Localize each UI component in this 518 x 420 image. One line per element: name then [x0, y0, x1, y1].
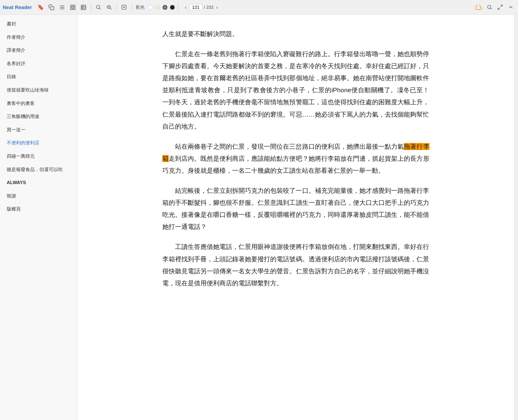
color-dot-darkgray[interactable]	[163, 5, 167, 10]
book-text: 人生就是要不斷解決問題。 仁景走在一條老舊到拖著行李箱便陷入窘礙難行的路上。行李…	[162, 28, 429, 407]
svg-rect-0	[50, 6, 54, 10]
app-title: Neat Reader	[3, 4, 32, 10]
prev-page-button[interactable]: ‹	[184, 4, 188, 11]
sidebar-item-cover[interactable]: 書封	[0, 17, 77, 31]
main-area: 書封 作者簡介 譯者簡介 各界好評 目錄 便當就要吃山珍海味 奧客中的奧客 三角…	[0, 15, 518, 420]
add-icon[interactable]	[120, 3, 129, 12]
paragraph-2: 仁景走在一條老舊到拖著行李箱便陷入窘礙難行的路上。行李箱發出喀嚕一聲，她也順勢停…	[162, 48, 429, 133]
svg-rect-5	[73, 5, 75, 7]
sidebar-item-eat-seafood[interactable]: 便當就要吃山珍海味	[0, 84, 77, 97]
separator-2	[117, 3, 117, 11]
page-total: 232	[206, 5, 214, 10]
sidebar-item-toc[interactable]: 目錄	[0, 70, 77, 84]
menu-icon[interactable]	[57, 3, 67, 12]
cloud-icon[interactable]	[474, 3, 483, 12]
sidebar-item-inconvenient-store[interactable]: 不便利的便利店	[0, 136, 77, 150]
sidebar-item-guest-guest[interactable]: 奧客中的奧客	[0, 97, 77, 110]
grid-icon[interactable]	[68, 3, 77, 12]
color-dot-light[interactable]	[155, 5, 160, 10]
sidebar-item-triangle-rice[interactable]: 三角飯糰的用途	[0, 110, 77, 123]
svg-line-22	[490, 8, 492, 10]
svg-point-21	[487, 5, 491, 9]
toolbar: Neat Reader 🔖 配色 ‹ / 232 ›	[0, 0, 518, 15]
svg-line-15	[110, 8, 112, 10]
expand-icon[interactable]	[495, 3, 505, 12]
sidebar-item-always[interactable]: ALWAYS	[0, 176, 77, 189]
paragraph-5: 工讀生答應借她電話，仁景用眼神道謝後便將行李箱放倒在地，打開來翻找東西。幸好在行…	[162, 241, 429, 289]
svg-rect-8	[81, 5, 86, 10]
next-page-button[interactable]: ›	[215, 4, 219, 11]
svg-rect-4	[70, 5, 72, 7]
scroll-indicator	[514, 15, 518, 420]
paragraph-1: 人生就是要不斷解決問題。	[162, 28, 429, 40]
sidebar-item-copyright[interactable]: 版權頁	[0, 202, 77, 216]
sidebar-item-author-intro[interactable]: 作者簡介	[0, 31, 77, 44]
svg-rect-6	[70, 8, 72, 9]
svg-rect-7	[73, 8, 75, 9]
svg-line-24	[498, 8, 500, 9]
highlight-luggage: 拖著行李箱	[162, 143, 429, 162]
paragraph-4: 結完帳後，仁景立刻拆開巧克力的包裝咬了一口。補充完能量後，她才感覺到一路拖著行李…	[162, 185, 429, 233]
right-icons	[474, 3, 515, 12]
sidebar: 書封 作者簡介 譯者簡介 各界好評 目錄 便當就要吃山珍海味 奧客中的奧客 三角…	[0, 15, 77, 420]
sidebar-item-praise[interactable]: 各界好評	[0, 57, 77, 71]
color-dot-dark[interactable]	[170, 5, 175, 10]
svg-line-23	[500, 5, 502, 7]
bookmark-icon[interactable]: 🔖	[36, 3, 45, 12]
paragraph-3: 站在兩條巷子之間的仁景，發現一間位在三岔路口的便利店，她擠出最後一點力氣拖著行李…	[162, 141, 429, 177]
copy-icon[interactable]	[47, 3, 56, 12]
separator-1	[91, 3, 91, 11]
search-right-icon[interactable]	[485, 3, 494, 12]
sidebar-item-report-food[interactable]: 雖是報廢食品，但還可以吃	[0, 163, 77, 176]
search-icon-2[interactable]	[105, 3, 114, 12]
separator-4	[178, 3, 178, 11]
svg-point-12	[97, 5, 100, 9]
sidebar-item-thanks[interactable]: 致謝	[0, 189, 77, 203]
svg-line-13	[100, 8, 101, 10]
sidebar-item-forty-thousand[interactable]: 四碰一萬韓元	[0, 150, 77, 163]
list-icon[interactable]	[79, 3, 88, 12]
search-icon-1[interactable]	[94, 3, 103, 12]
sidebar-item-translator-intro[interactable]: 譯者簡介	[0, 44, 77, 57]
sidebar-item-buy-one[interactable]: 買一送一	[0, 123, 77, 137]
page-separator: /	[204, 5, 205, 10]
collapse-icon[interactable]	[506, 3, 515, 12]
color-dot-white[interactable]	[148, 5, 153, 10]
page-nav: ‹ / 232 ›	[184, 4, 219, 11]
separator-3	[132, 3, 132, 11]
page-number-input[interactable]	[189, 4, 202, 10]
content-area[interactable]: 人生就是要不斷解決問題。 仁景走在一條老舊到拖著行李箱便陷入窘礙難行的路上。行李…	[77, 15, 514, 420]
color-label: 配色	[136, 4, 145, 10]
